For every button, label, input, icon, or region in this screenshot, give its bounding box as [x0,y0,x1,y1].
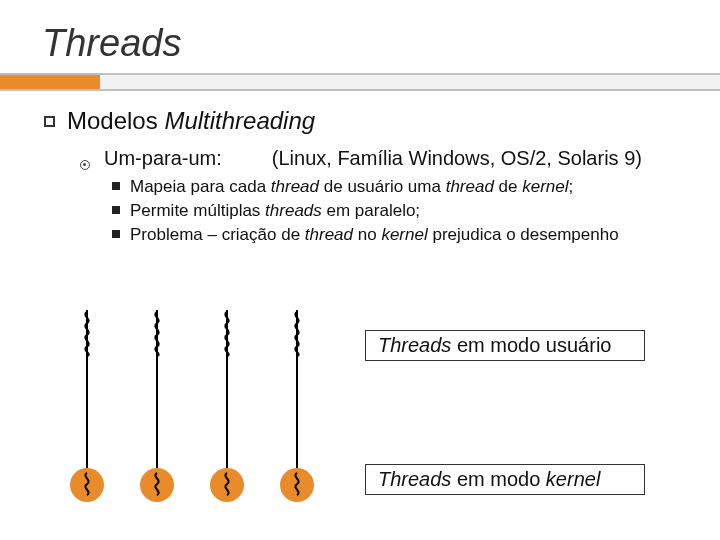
squiggle-icon [76,310,98,358]
bullet-item: Permite múltiplas threads em paralelo; [112,200,676,222]
bullet-text: Permite múltiplas threads em paralelo; [130,200,420,222]
lvl2-examples: (Linux, Família Windows, OS/2, Solaris 9… [272,147,642,170]
accent-gray-block [100,75,720,89]
thread-diagram: Threads em modo usuário Threads em modo … [70,310,670,530]
squiggle-icon [286,310,308,358]
heading-level2: Um-para-um: (Linux, Família Windows, OS/… [80,147,676,170]
bullet-item: Problema – criação de thread no kernel p… [112,224,676,246]
thread-column [210,310,244,518]
squiggle-icon [287,471,307,499]
slide-title: Threads [0,0,720,73]
heading-level1: Modelos Multithreading [44,107,676,135]
thread-column [70,310,104,518]
accent-orange-block [0,75,100,89]
heading-emphasis: Multithreading [164,107,315,134]
bullet-filled-square-icon [112,230,120,238]
squiggle-icon [216,310,238,358]
bullet-text: Problema – criação de thread no kernel p… [130,224,619,246]
kernel-circle [70,468,104,502]
squiggle-icon [77,471,97,499]
squiggle-icon [217,471,237,499]
squiggle-icon [147,471,167,499]
bullet-filled-square-icon [112,206,120,214]
accent-bar [0,73,720,91]
heading-level1-text: Modelos Multithreading [67,107,315,135]
thread-column [280,310,314,518]
thread-column [140,310,174,518]
bullet-list: Mapeia para cada thread de usuário uma t… [112,176,676,246]
heading-prefix: Modelos [67,107,164,134]
kernel-circle [280,468,314,502]
kernel-circle [210,468,244,502]
bullet-text: Mapeia para cada thread de usuário uma t… [130,176,573,198]
kernel-circle [140,468,174,502]
content-area: Modelos Multithreading Um-para-um: (Linu… [0,91,720,246]
bullet-filled-square-icon [112,182,120,190]
bullet-open-square-icon [44,116,55,127]
bullet-item: Mapeia para cada thread de usuário uma t… [112,176,676,198]
bullet-circle-icon [80,160,90,170]
squiggle-icon [146,310,168,358]
label-user-threads: Threads em modo usuário [365,330,645,361]
lvl2-label: Um-para-um: [104,147,222,170]
label-kernel-threads: Threads em modo kernel [365,464,645,495]
